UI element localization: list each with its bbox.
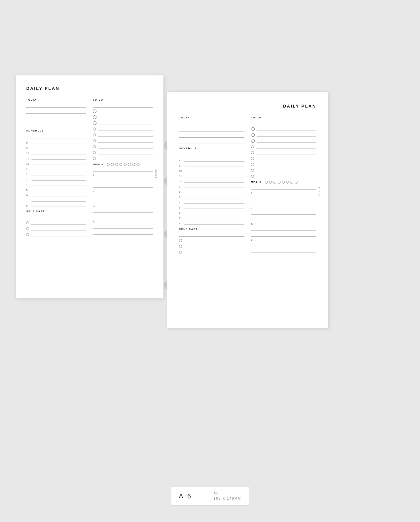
r-schedule-row-1: 1 [179, 184, 244, 188]
meal-dot-4 [119, 163, 122, 166]
self-care-item-2 [26, 227, 86, 231]
self-care-header-line[interactable] [26, 214, 86, 219]
r-self-care-item-1 [179, 238, 244, 242]
right-right-column: TO DO BONUS MEALS [251, 113, 316, 256]
r-schedule-row-8b: 8 [179, 221, 244, 225]
r-schedule-row-4: 4 [179, 200, 244, 204]
r-self-care-item-2 [179, 244, 244, 248]
meal-d-section: D [93, 205, 153, 219]
r-meal-l-section: L [251, 207, 316, 221]
schedule-label: SCHEDULE [26, 130, 86, 132]
todo-bullet-small-5 [93, 151, 96, 154]
r-meal-s-line2[interactable] [251, 248, 316, 252]
meals-label: MEALS [93, 163, 103, 166]
r-todo-bullet-large-3 [251, 139, 255, 143]
r-meal-d-label: D [251, 223, 316, 225]
self-care-item-1 [26, 221, 86, 225]
self-care-item-3 [26, 232, 86, 236]
r-todo-bullet-large-1 [251, 127, 255, 131]
schedule-row-8b: 8 [26, 203, 86, 207]
r-schedule-row-8: 8 [179, 158, 244, 162]
schedule-row-11: 11 [26, 156, 86, 160]
schedule-row-9: 9 [26, 145, 86, 149]
right-planner-page: DAILY PLAN TODAY SCHEDULE 8 9 10 11 12 1 [167, 92, 328, 328]
r-meal-d-line1[interactable] [251, 226, 316, 231]
r-todo-bullet-small-2 [251, 151, 254, 154]
today-field-2[interactable] [26, 109, 86, 114]
r-todo-bullet-small-4 [251, 163, 254, 166]
r-todo-small-1 [251, 145, 316, 149]
meal-dot-1 [107, 163, 110, 166]
r-todo-header-line[interactable] [251, 121, 316, 125]
r-meal-l-line1[interactable] [251, 210, 316, 215]
meal-dot-8 [136, 163, 139, 166]
r-self-care-header-line[interactable] [179, 232, 244, 237]
r-schedule-row-10: 10 [179, 168, 244, 172]
meal-l-line1[interactable] [93, 192, 153, 197]
meal-d-line1[interactable] [93, 208, 153, 213]
r-meal-s-line1[interactable] [251, 242, 316, 246]
todo-small-2 [93, 133, 153, 137]
meal-l-line2[interactable] [93, 199, 153, 203]
r-schedule-row-9: 9 [179, 163, 244, 167]
time-8b: 8 [26, 205, 32, 207]
r-meal-d-line2[interactable] [251, 232, 316, 237]
todo-bullet-small-3 [93, 139, 96, 142]
r-today-field-3[interactable] [179, 133, 244, 138]
r-todo-large-2 [251, 133, 316, 137]
r-meal-l-line2[interactable] [251, 216, 316, 221]
r-meal-b-label: B [251, 191, 316, 194]
todo-header-line[interactable] [93, 103, 153, 108]
left-page-title: DAILY PLAN [26, 86, 153, 91]
meal-s-line2[interactable] [93, 230, 153, 235]
r-meal-dot-2 [269, 181, 272, 184]
today-field-4[interactable] [26, 122, 86, 126]
time-8: 8 [26, 142, 32, 144]
today-field-3[interactable] [26, 115, 86, 120]
todo-small-5 [93, 151, 153, 154]
meal-l-label: L [93, 190, 153, 192]
meal-b-line1[interactable] [93, 177, 153, 181]
meal-s-line1[interactable] [93, 224, 153, 229]
todo-label: TO DO [93, 99, 153, 101]
schedule-row-10: 10 [26, 151, 86, 154]
r-meal-b-line2[interactable] [251, 201, 316, 205]
r-today-field-4[interactable] [179, 139, 244, 144]
meals-header-line[interactable] [93, 167, 153, 172]
schedule-row-3: 3 [26, 177, 86, 181]
today-label: TODAY [26, 99, 86, 101]
schedule-row-12: 12 [26, 161, 86, 165]
time-5: 5 [26, 189, 32, 191]
r-schedule-header-line[interactable] [179, 151, 244, 156]
r-self-care-bullet-1 [179, 239, 182, 242]
time-9: 9 [26, 147, 32, 149]
schedule-row-1: 1 [26, 166, 86, 170]
r-meals-header-line[interactable] [251, 185, 316, 190]
size-divider [203, 491, 203, 501]
r-meal-dot-3 [273, 181, 276, 184]
r-schedule-row-3: 3 [179, 194, 244, 198]
today-field-1[interactable] [26, 103, 86, 108]
meal-dot-3 [115, 163, 118, 166]
r-self-care-label: SELF CARE [179, 228, 244, 230]
meal-d-line2[interactable] [93, 214, 153, 219]
size-name: A6 [214, 491, 241, 496]
todo-bullet-small-1 [93, 128, 96, 130]
r-schedule-row-5: 5 [179, 205, 244, 209]
schedule-row-8: 8 [26, 140, 86, 144]
r-todo-large-3 [251, 139, 316, 143]
time-12: 12 [26, 163, 32, 165]
right-page-title: DAILY PLAN [179, 104, 316, 109]
todo-bullet-large-1 [93, 110, 96, 113]
schedule-header-line[interactable] [26, 134, 86, 138]
r-todo-large-1 [251, 127, 316, 131]
r-today-field-2[interactable] [179, 127, 244, 131]
meal-l-section: L [93, 190, 153, 203]
r-self-care-bullet-3 [179, 251, 182, 254]
r-meal-b-line1[interactable] [251, 194, 316, 199]
r-today-field-1[interactable] [179, 121, 244, 125]
schedule-row-2: 2 [26, 171, 86, 175]
r-bonus-label: BONUS [318, 187, 320, 196]
meal-b-line2[interactable] [93, 183, 153, 188]
r-schedule-row-11: 11 [179, 173, 244, 177]
